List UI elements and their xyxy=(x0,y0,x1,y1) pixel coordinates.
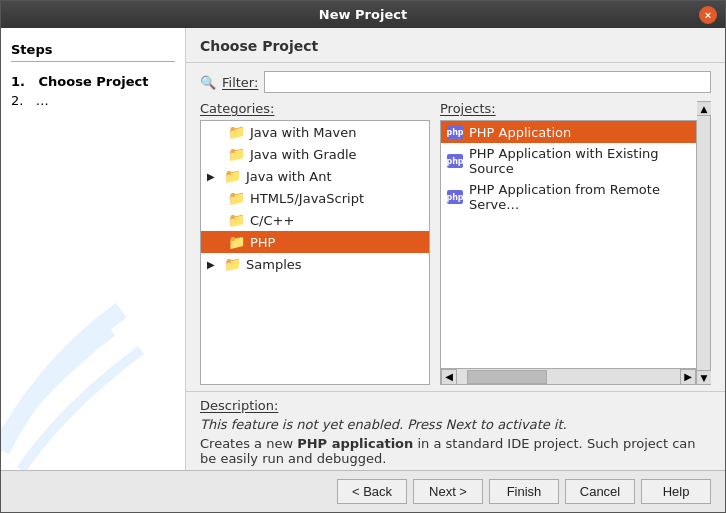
cat-item-java-ant[interactable]: ▶ 📁 Java with Ant xyxy=(201,165,429,187)
categories-list: 📁 Java with Maven 📁 Java with Gradle xyxy=(200,120,430,385)
search-icon: 🔍 xyxy=(200,75,216,90)
folder-icon: 📁 xyxy=(228,234,245,250)
step-2: 2. … xyxy=(11,91,175,110)
sidebar-watermark xyxy=(1,290,181,470)
cat-label-samples: Samples xyxy=(246,257,302,272)
proj-label-php-remote: PHP Application from Remote Serve… xyxy=(469,182,690,212)
projects-list: php PHP Application php PHP Applicat xyxy=(441,121,696,368)
cat-item-cpp[interactable]: 📁 C/C++ xyxy=(201,209,429,231)
content-area: Steps 1. Choose Project 2. … xyxy=(1,28,725,470)
vertical-scrollbar[interactable]: ▲ ▼ xyxy=(697,101,711,385)
finish-button[interactable]: Finish xyxy=(489,479,559,504)
cat-label-html5: HTML5/JavaScript xyxy=(250,191,364,206)
cat-item-samples[interactable]: ▶ 📁 Samples xyxy=(201,253,429,275)
proj-item-php-existing[interactable]: php PHP Application with Existing Source xyxy=(441,143,696,179)
categories-section: Categories: 📁 Java with Maven xyxy=(200,101,430,385)
scroll-track[interactable] xyxy=(457,369,680,385)
new-project-dialog: New Project × Steps 1. Choose Project 2.… xyxy=(0,0,726,513)
php-app-icon: php xyxy=(447,124,463,140)
expand-arrow-icon: ▶ xyxy=(207,171,219,182)
folder-icon: 📁 xyxy=(228,212,245,228)
proj-label-php-existing: PHP Application with Existing Source xyxy=(469,146,690,176)
desc-bold: PHP application xyxy=(297,436,413,451)
filter-label: Filter: xyxy=(222,75,258,90)
titlebar: New Project × xyxy=(1,1,725,28)
cat-item-html5[interactable]: 📁 HTML5/JavaScript xyxy=(201,187,429,209)
back-button[interactable]: < Back xyxy=(337,479,407,504)
cat-label-java-maven: Java with Maven xyxy=(250,125,356,140)
bottom-bar: < Back Next > Finish Cancel Help xyxy=(1,470,725,512)
folder-icon: 📁 xyxy=(228,190,245,206)
steps-label: Steps xyxy=(11,42,175,62)
main-header-title: Choose Project xyxy=(200,38,318,54)
help-button[interactable]: Help xyxy=(641,479,711,504)
folder-icon: 📁 xyxy=(224,256,241,272)
scroll-right-arrow[interactable]: ▶ xyxy=(680,369,696,385)
main-body: 🔍 Filter: Categories: 📁 xyxy=(186,63,725,470)
step-2-label: … xyxy=(36,93,49,108)
cat-label-java-gradle: Java with Gradle xyxy=(250,147,357,162)
proj-item-php-remote[interactable]: php PHP Application from Remote Serve… xyxy=(441,179,696,215)
proj-item-php-app[interactable]: php PHP Application xyxy=(441,121,696,143)
description-label: Description: xyxy=(200,398,711,413)
horizontal-scrollbar[interactable]: ◀ ▶ xyxy=(441,368,696,384)
cat-item-php[interactable]: 📁 PHP xyxy=(201,231,429,253)
folder-icon: 📁 xyxy=(228,124,245,140)
description-italic: This feature is not yet enabled. Press N… xyxy=(200,417,711,432)
step-2-number: 2. xyxy=(11,93,23,108)
cat-label-cpp: C/C++ xyxy=(250,213,294,228)
php-remote-icon: php xyxy=(447,189,463,205)
steps-list: 1. Choose Project 2. … xyxy=(11,72,175,110)
cat-label-php: PHP xyxy=(250,235,275,250)
vscroll-track[interactable] xyxy=(697,116,710,370)
step-1-number: 1. xyxy=(11,74,25,89)
sidebar: Steps 1. Choose Project 2. … xyxy=(1,28,186,470)
proj-label-php-app: PHP Application xyxy=(469,125,571,140)
cancel-button[interactable]: Cancel xyxy=(565,479,635,504)
projects-list-wrapper: php PHP Application php PHP Applicat xyxy=(440,120,697,385)
scroll-left-arrow[interactable]: ◀ xyxy=(441,369,457,385)
cat-label-java-ant: Java with Ant xyxy=(246,169,332,184)
step-1-label: Choose Project xyxy=(39,74,149,89)
folder-icon: 📁 xyxy=(224,168,241,184)
filter-row: 🔍 Filter: xyxy=(186,63,725,101)
cats-projs-row: Categories: 📁 Java with Maven xyxy=(186,101,725,391)
php-existing-icon: php xyxy=(447,153,463,169)
description-section: Description: This feature is not yet ena… xyxy=(186,391,725,470)
cat-item-java-maven[interactable]: 📁 Java with Maven xyxy=(201,121,429,143)
scroll-up-arrow[interactable]: ▲ xyxy=(697,102,711,116)
description-body: Creates a new PHP application in a stand… xyxy=(200,436,711,466)
projects-label: Projects: xyxy=(440,101,697,116)
filter-input[interactable] xyxy=(264,71,711,93)
main-header: Choose Project xyxy=(186,28,725,63)
dialog-title: New Project xyxy=(319,7,407,22)
desc-prefix: Creates a new xyxy=(200,436,297,451)
folder-icon: 📁 xyxy=(228,146,245,162)
projects-section: Projects: php PHP Application xyxy=(430,101,697,385)
categories-label: Categories: xyxy=(200,101,430,116)
main-panel: Choose Project 🔍 Filter: Categories: xyxy=(186,28,725,470)
scroll-thumb[interactable] xyxy=(467,370,547,384)
expand-arrow-icon: ▶ xyxy=(207,259,219,270)
cat-item-java-gradle[interactable]: 📁 Java with Gradle xyxy=(201,143,429,165)
close-button[interactable]: × xyxy=(699,6,717,24)
scroll-down-arrow[interactable]: ▼ xyxy=(697,370,711,384)
step-1: 1. Choose Project xyxy=(11,72,175,91)
next-button[interactable]: Next > xyxy=(413,479,483,504)
